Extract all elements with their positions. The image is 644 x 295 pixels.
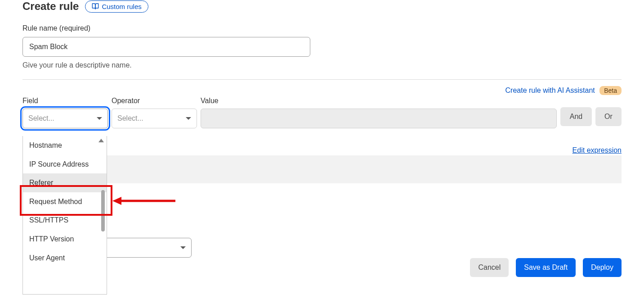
value-input[interactable] [201,109,557,128]
dropdown-option-referer[interactable]: Referer [23,173,107,192]
save-as-draft-button[interactable]: Save as Draft [516,258,576,277]
divider [22,79,622,80]
expression-preview-band [22,155,622,183]
dropdown-option-ssl-https[interactable]: SSL/HTTPS [23,211,107,230]
field-select-dropdown[interactable]: Hostname IP Source Address Referer Reque… [22,136,107,295]
value-column-label: Value [201,97,557,105]
annotation-arrow [112,195,175,206]
dropdown-option-request-method[interactable]: Request Method [23,192,107,211]
dropdown-option-hostname[interactable]: Hostname [23,136,107,155]
custom-rules-button[interactable]: Custom rules [85,0,148,13]
ai-assistant-link[interactable]: Create rule with AI Assistant [505,86,595,94]
field-select[interactable]: Select... [22,109,108,128]
scrollbar-thumb[interactable] [101,190,105,231]
deploy-button[interactable]: Deploy [583,258,622,277]
svg-marker-1 [112,197,121,205]
chevron-down-icon [97,117,102,120]
dropdown-option-ip-source-address[interactable]: IP Source Address [23,155,107,174]
rule-name-label: Rule name (required) [22,24,622,32]
dropdown-option-http-version[interactable]: HTTP Version [23,230,107,249]
field-column-label: Field [22,97,108,105]
page-title: Create rule [22,0,79,13]
operator-column-label: Operator [112,97,197,105]
or-button[interactable]: Or [595,107,622,126]
dropdown-option-user-agent[interactable]: User Agent [23,249,107,268]
chevron-down-icon [186,117,191,120]
rule-name-helper: Give your rule a descriptive name. [22,61,622,69]
scroll-up-icon[interactable] [98,139,104,142]
operator-select[interactable]: Select... [112,109,197,128]
select-placeholder: Select... [28,114,54,123]
custom-rules-label: Custom rules [102,3,141,10]
chevron-down-icon [180,246,186,249]
beta-badge: Beta [599,86,622,95]
rule-name-input[interactable] [22,37,310,57]
select-placeholder: Select... [117,114,143,123]
edit-expression-link[interactable]: Edit expression [572,146,622,154]
and-button[interactable]: And [560,107,592,126]
book-icon [92,3,99,10]
cancel-button[interactable]: Cancel [470,258,509,277]
